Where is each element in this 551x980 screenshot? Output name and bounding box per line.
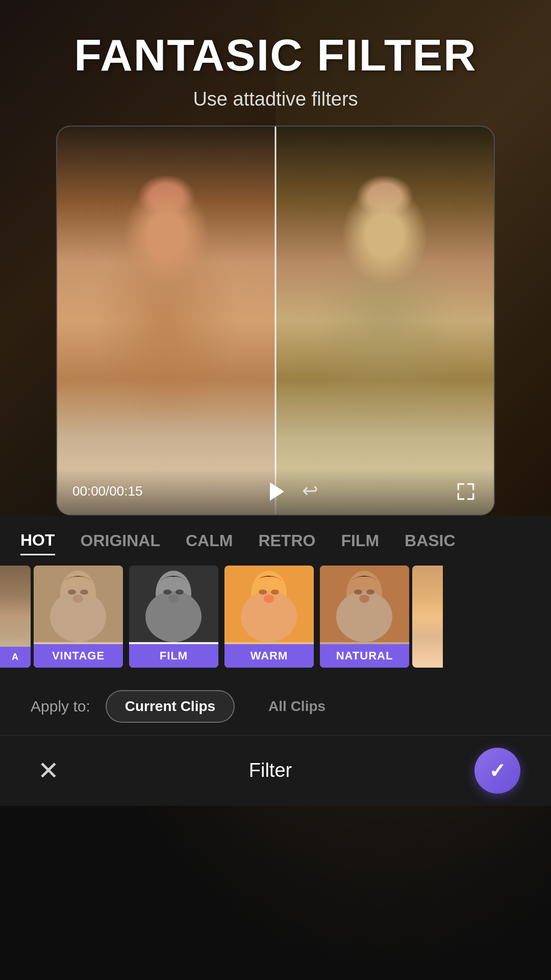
fullscreen-button[interactable] <box>453 479 479 504</box>
tab-calm[interactable]: CALM <box>186 531 233 554</box>
time-display: 00:00/00:15 <box>72 483 142 499</box>
filter-tabs: HOT ORIGINAL CALM RETRO FILM BASIC <box>0 516 551 566</box>
svg-point-22 <box>366 590 374 595</box>
close-icon: ✕ <box>38 758 59 783</box>
bottom-bar: ✕ Filter ✓ <box>0 735 551 806</box>
bottom-title: Filter <box>66 760 474 781</box>
page-subtitle: Use attadtive filters <box>0 88 551 110</box>
apply-section: Apply to: Current Clips All Clips <box>0 678 551 735</box>
filter-thumb-vintage[interactable]: VINTAGE <box>34 566 123 668</box>
checkmark-icon: ✓ <box>489 759 506 782</box>
filter-label-partial-left: A <box>0 647 31 668</box>
thumb-portrait-natural <box>320 566 409 642</box>
tab-basic[interactable]: BASIC <box>405 531 456 554</box>
video-left-half <box>57 127 276 514</box>
video-card: 00:00/00:15 ↩ <box>56 126 495 516</box>
play-button[interactable] <box>260 476 291 507</box>
video-preview[interactable]: 00:00/00:15 ↩ <box>57 127 494 514</box>
thumb-portrait-vintage <box>34 566 123 642</box>
current-clips-button[interactable]: Current Clips <box>106 690 235 723</box>
svg-point-9 <box>163 590 171 595</box>
svg-point-5 <box>73 595 83 603</box>
svg-point-17 <box>264 595 274 603</box>
filter-thumb-natural[interactable]: NATURAL <box>320 566 409 668</box>
video-controls: 00:00/00:15 ↩ <box>57 469 494 514</box>
fullscreen-icon <box>456 482 475 501</box>
page-title: FANTASIC FILTER <box>0 31 551 80</box>
rewind-button[interactable]: ↩ <box>297 478 323 503</box>
tab-original[interactable]: ORIGINAL <box>81 531 160 554</box>
filter-thumbnails-container: A VINTAGE <box>0 566 551 678</box>
thumb-portrait-warm <box>224 566 314 642</box>
filter-thumb-film[interactable]: FILM <box>129 566 218 668</box>
filter-thumb-partial-left[interactable]: A <box>0 566 31 668</box>
confirm-button[interactable]: ✓ <box>474 748 520 794</box>
svg-point-10 <box>176 590 184 595</box>
filter-label-warm: WARM <box>224 644 314 668</box>
svg-point-11 <box>168 595 179 603</box>
svg-point-16 <box>271 590 279 595</box>
play-icon <box>270 482 284 501</box>
filter-label-film: FILM <box>129 644 218 668</box>
svg-point-3 <box>68 590 76 595</box>
svg-point-23 <box>359 595 369 603</box>
filter-thumb-partial-right[interactable] <box>412 566 443 668</box>
portrait-original <box>57 127 276 514</box>
rewind-icon: ↩ <box>302 479 318 502</box>
split-divider <box>275 127 277 514</box>
video-right-half <box>276 127 494 514</box>
filter-thumb-warm[interactable]: WARM <box>224 566 314 668</box>
tab-retro[interactable]: RETRO <box>258 531 315 554</box>
svg-point-4 <box>80 590 88 595</box>
filter-label-natural: NATURAL <box>320 644 409 668</box>
thumb-portrait-film <box>129 566 218 642</box>
apply-label: Apply to: <box>31 698 90 715</box>
portrait-filtered <box>276 127 494 514</box>
header: FANTASIC FILTER Use attadtive filters <box>0 0 551 126</box>
close-button[interactable]: ✕ <box>31 753 66 789</box>
tab-film[interactable]: FILM <box>341 531 379 554</box>
svg-point-21 <box>354 590 362 595</box>
filter-label-vintage: VINTAGE <box>34 644 123 668</box>
tab-hot[interactable]: HOT <box>20 531 55 555</box>
svg-point-15 <box>259 590 267 595</box>
all-clips-button[interactable]: All Clips <box>250 691 344 722</box>
